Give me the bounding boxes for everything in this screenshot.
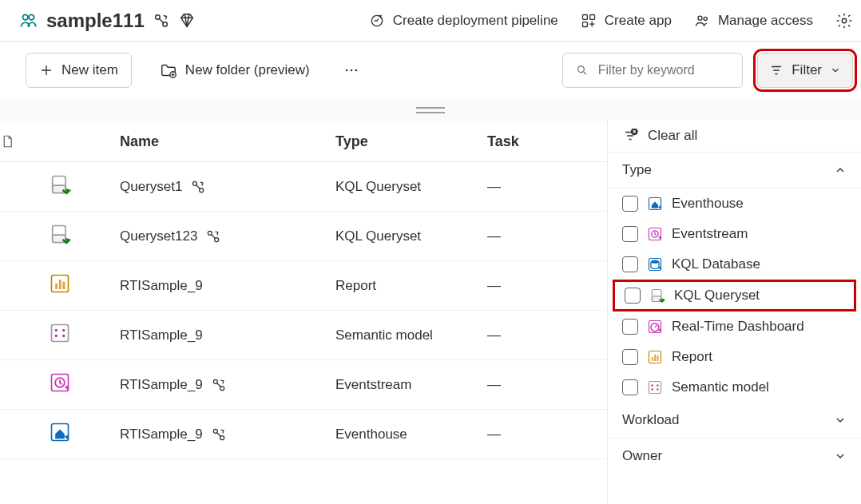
search-box[interactable] (562, 53, 743, 88)
item-name-label: RTISample_9 (120, 377, 203, 393)
new-item-button[interactable]: New item (26, 53, 132, 88)
column-icon-header (0, 121, 120, 162)
item-type-icon (0, 410, 120, 459)
svg-rect-53 (657, 355, 659, 361)
item-type-label: KQL Queryset (335, 162, 487, 212)
clear-all-button[interactable]: Clear all (608, 120, 861, 153)
more-button[interactable] (338, 53, 365, 88)
top-header: sample111 Create deployment pipeline Cre… (0, 0, 861, 42)
new-folder-button[interactable]: New folder (preview) (146, 53, 323, 88)
filter-button[interactable]: Filter (757, 53, 853, 88)
svg-rect-6 (589, 14, 594, 19)
task-flow-icon[interactable] (211, 377, 227, 393)
chevron-down-icon (830, 65, 841, 76)
filter-option-label: Eventhouse (672, 196, 744, 212)
report-icon (646, 348, 664, 366)
item-name-cell[interactable]: Queryset1 (120, 162, 335, 212)
rtdashboard-icon (646, 318, 664, 335)
svg-point-57 (651, 388, 653, 391)
filter-icon (769, 63, 784, 77)
item-name-cell[interactable]: RTISample_9 (120, 311, 335, 360)
grip-icon (416, 107, 445, 113)
create-pipeline-button[interactable]: Create deployment pipeline (369, 13, 558, 29)
clear-icon (622, 129, 638, 143)
chevron-down-icon (834, 414, 847, 427)
filter-option-semantic-model[interactable]: Semantic model (608, 372, 861, 403)
svg-point-10 (842, 18, 847, 23)
svg-point-32 (62, 335, 65, 338)
svg-point-56 (657, 384, 659, 387)
filter-section-type[interactable]: Type (608, 153, 861, 189)
task-flow-icon[interactable] (190, 179, 206, 195)
filter-option-eventhouse[interactable]: Eventhouse (608, 189, 861, 219)
item-name-cell[interactable]: Queryset123 (120, 212, 335, 261)
create-app-button[interactable]: Create app (581, 13, 672, 29)
item-name-cell[interactable]: RTISample_9 (120, 410, 335, 459)
svg-point-15 (578, 66, 585, 73)
filter-option-label: Eventstream (672, 226, 748, 242)
svg-point-9 (704, 17, 707, 20)
filter-option-report[interactable]: Report (608, 342, 861, 372)
filter-option-label: Semantic model (672, 379, 769, 395)
chevron-up-icon (834, 164, 847, 177)
filter-panel: Clear all Type Eventhouse Eventstream KQ… (607, 120, 861, 504)
diamond-icon[interactable] (178, 12, 196, 30)
drag-handle[interactable] (0, 99, 861, 121)
filter-option-real-time-dashboard[interactable]: Real-Time Dashboard (608, 312, 861, 342)
item-name-label: RTISample_9 (120, 327, 203, 343)
checkbox[interactable] (622, 349, 638, 365)
checkbox[interactable] (625, 288, 641, 304)
task-flow-icon[interactable] (153, 12, 170, 30)
svg-rect-54 (649, 382, 661, 394)
svg-point-12 (346, 69, 348, 72)
item-type-icon (0, 311, 120, 360)
item-type-icon (0, 162, 120, 212)
filter-section-workload[interactable]: Workload (608, 403, 861, 439)
filter-section-owner[interactable]: Owner (608, 439, 861, 474)
item-type-label: Eventstream (335, 360, 487, 410)
svg-point-8 (698, 16, 702, 20)
filter-option-eventstream[interactable]: Eventstream (608, 219, 861, 249)
item-name-cell[interactable]: RTISample_9 (120, 360, 335, 410)
settings-icon[interactable] (835, 12, 853, 30)
svg-point-14 (355, 69, 357, 72)
eventhouse-icon (646, 195, 664, 212)
checkbox[interactable] (622, 226, 638, 242)
workspace-title: sample111 (46, 10, 145, 32)
task-flow-icon[interactable] (205, 228, 221, 244)
workspace-title-wrap: sample111 (18, 10, 196, 32)
svg-point-31 (55, 335, 58, 338)
checkbox[interactable] (622, 256, 638, 272)
filter-type-options: Eventhouse Eventstream KQL Database KQL … (608, 189, 861, 403)
filter-option-kql-queryset[interactable]: KQL Queryset (613, 280, 856, 312)
search-input[interactable] (597, 62, 729, 78)
item-name-cell[interactable]: RTISample_9 (120, 261, 335, 311)
svg-rect-51 (652, 357, 653, 361)
manage-access-button[interactable]: Manage access (694, 13, 813, 29)
checkbox[interactable] (622, 379, 638, 395)
svg-point-1 (29, 14, 34, 20)
semantic-icon (646, 379, 664, 396)
item-type-label: Semantic model (335, 311, 487, 360)
filter-option-kql-database[interactable]: KQL Database (608, 249, 861, 280)
svg-rect-28 (52, 325, 69, 342)
filter-option-label: Report (672, 349, 712, 365)
checkbox[interactable] (622, 319, 638, 335)
filter-option-label: KQL Database (672, 256, 760, 272)
column-type-header[interactable]: Type (335, 121, 487, 162)
svg-rect-7 (582, 22, 587, 26)
workspace-icon (18, 10, 38, 31)
item-type-icon (0, 360, 120, 410)
item-name-label: Queryset123 (120, 228, 197, 244)
svg-rect-25 (55, 284, 58, 289)
item-name-label: RTISample_9 (120, 427, 203, 442)
svg-point-58 (657, 388, 659, 391)
svg-point-45 (651, 260, 659, 264)
svg-point-0 (23, 14, 29, 20)
filter-option-label: Real-Time Dashboard (672, 319, 804, 335)
column-name-header[interactable]: Name (120, 121, 335, 162)
svg-point-30 (62, 329, 65, 332)
task-flow-icon[interactable] (211, 427, 227, 442)
checkbox[interactable] (622, 196, 638, 212)
item-type-label: Report (335, 261, 487, 311)
